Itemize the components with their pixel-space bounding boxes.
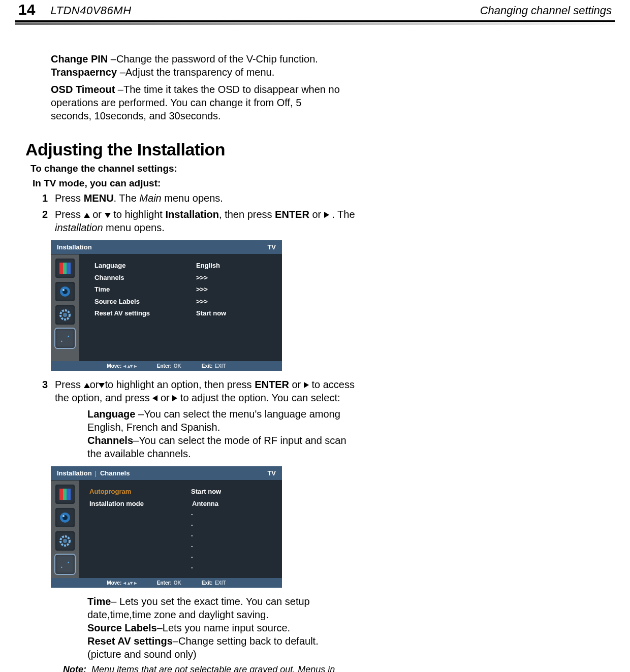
osd-title-bar: Installation Channels TV [51,466,282,481]
picture-menu-icon [55,485,75,504]
osd-footer: Move:◂ ▴▾ ▸ Enter:OK Exit:EXIT [51,578,282,588]
settings-menu-icon [55,531,75,551]
option-language-label: Language [87,408,135,420]
option-channels-label: Channels [87,435,133,446]
osd-title: Installation [57,243,92,251]
osd-footer-move: Move:◂ ▴▾ ▸ [107,580,136,586]
installation-menu-icon [55,329,75,348]
svg-rect-1 [63,263,67,274]
svg-rect-10 [67,489,71,500]
osd-mode: TV [267,243,276,251]
osd-row-autoprogram: AutoprogramStart now [89,486,274,497]
sub-line-2: In TV mode, you can adjust: [33,177,615,190]
osd-panel: Installation Channels TV [51,466,282,588]
change-pin-text: –Change the password of the V-Chip funct… [108,53,318,65]
option-source-text: –Lets you name input source. [157,622,290,633]
step-number: 3 [37,378,48,404]
svg-rect-9 [63,489,67,500]
picture-menu-icon [55,259,75,278]
step-1: 1 Press MENU. The Main menu opens. [51,191,356,205]
step-2: 2 Press or to highlight Installation, th… [51,208,356,234]
svg-point-5 [62,289,65,291]
svg-rect-0 [59,263,63,274]
steps-list: 1 Press MENU. The Main menu opens. 2 Pre… [51,191,615,672]
osd-breadcrumb: Installation Channels [57,469,130,477]
right-arrow-icon [172,395,177,401]
option-time-label: Time [87,596,111,607]
right-arrow-icon [324,212,329,218]
osd-footer-move: Move:◂ ▴▾ ▸ [107,363,136,369]
option-source-label: Source Labels [87,622,157,633]
step-3-text: Press orto highlight an option, then pre… [55,378,371,404]
content-column: Change PIN –Change the password of the V… [15,22,615,672]
osd-footer: Move:◂ ▴▾ ▸ Enter:OK Exit:EXIT [51,361,282,371]
note-text: Menu items that are not selectable are g… [91,664,348,672]
osd-panel: Installation TV LanguageEnglish Channel [51,240,282,371]
intro-change-pin: Change PIN –Change the password of the V… [51,52,340,66]
left-arrow-icon [152,395,158,401]
divider-icon [96,471,96,477]
step-1-text: Press MENU. The Main menu opens. [55,191,223,205]
svg-rect-2 [67,263,71,274]
page: 14 LTDN40V86MH Changing channel settings… [0,0,630,672]
up-arrow-icon [84,213,90,218]
page-number: 14 [18,2,35,17]
osd-sidebar [51,481,79,578]
osd-row-channels: Channels>>> [94,272,274,283]
osd-main: LanguageEnglish Channels>>> Time>>> Sour… [79,254,282,361]
svg-point-7 [63,313,67,317]
option-time-text: – Lets you set the exact time. You can s… [87,596,310,620]
settings-menu-icon [55,305,75,325]
transparency-label: Transpaerncy [51,67,117,78]
osd-sidebar [51,254,79,361]
sub-line-1: To change the channel settings: [30,163,615,175]
note: Note: Menu items that are not selectable… [63,664,348,672]
down-arrow-icon [99,383,105,388]
top-header: 14 LTDN40V86MH Changing channel settings [15,0,615,22]
model-name: LTDN40V86MH [50,4,131,17]
step-number: 2 [37,208,48,234]
sound-menu-icon [55,282,75,301]
osd-footer-exit: Exit:EXIT [202,363,226,369]
osd-installation: Installation TV LanguageEnglish Channel [51,240,615,371]
osd-footer-enter: Enter:OK [157,580,181,586]
osd-footer-exit: Exit:EXIT [202,580,226,586]
sound-menu-icon [55,508,75,527]
osd-row-install-mode: Installation modeAntenna [89,498,274,509]
option-language: Language –You can select the menu's lang… [87,407,352,434]
change-pin-label: Change PIN [51,53,108,65]
step-number: 1 [37,191,48,205]
installation-menu-icon [55,555,75,574]
osd-mode: TV [267,469,276,477]
osd-row-install-mode-value: Antenna [191,498,218,509]
osd-row-source-labels: Source Labels>>> [94,296,274,307]
intro-osd-timeout: OSD Timeout –The time it takes the OSD t… [51,83,340,122]
osd-row-language: LanguageEnglish [94,260,274,271]
option-time: Time– Lets you set the exact time. You c… [87,595,352,621]
option-channels: Channels–You can select the mode of RF i… [87,434,352,460]
transparency-text: –Adjust the transparency of menu. [117,67,274,78]
option-reset-label: Reset AV settings [87,635,173,647]
osd-main: AutoprogramStart now Installation modeAn… [79,481,282,578]
chapter-title: Changing channel settings [480,4,615,17]
osd-body: AutoprogramStart now Installation modeAn… [51,481,282,578]
osd-timeout-label: OSD Timeout [51,84,115,95]
osd-footer-enter: Enter:OK [157,363,181,369]
osd-dots: ...... [89,509,274,569]
section-heading: Adjusting the Installation [25,140,615,159]
step-2-text: Press or to highlight Installation, then… [55,208,356,234]
svg-point-15 [63,539,67,543]
up-arrow-icon [84,383,90,388]
osd-title-bar: Installation TV [51,240,282,254]
step-3: 3 Press orto highlight an option, then p… [51,378,371,404]
osd-channels: Installation Channels TV [51,466,615,588]
osd-body: LanguageEnglish Channels>>> Time>>> Sour… [51,254,282,361]
intro-transparency: Transpaerncy –Adjust the transparency of… [51,66,340,79]
osd-row-reset-av: Reset AV settingsStart now [94,307,274,319]
down-arrow-icon [105,213,111,218]
option-source-labels: Source Labels–Lets you name input source… [87,621,352,634]
top-header-left: 14 LTDN40V86MH [15,2,132,17]
svg-rect-8 [59,489,63,500]
note-label: Note: [63,664,86,672]
option-reset-av: Reset AV settings–Change setting back to… [87,634,352,661]
